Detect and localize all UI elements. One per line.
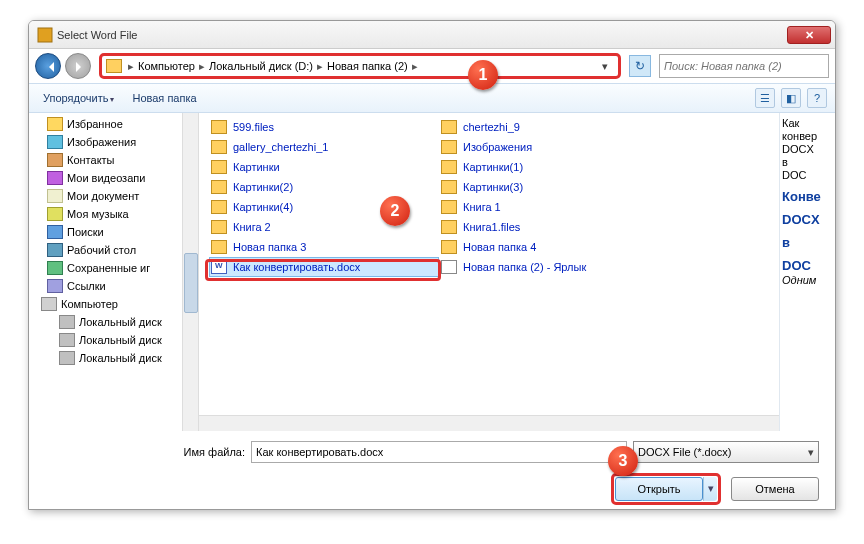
folder-icon (441, 180, 457, 194)
tree-label: Ссылки (67, 280, 106, 292)
tree-item[interactable]: Ссылки (29, 277, 198, 295)
cancel-button[interactable]: Отмена (731, 477, 819, 501)
file-label: Картинки(2) (233, 181, 293, 193)
tree-item[interactable]: Мои документ (29, 187, 198, 205)
window-title: Select Word File (57, 29, 787, 41)
search-input[interactable] (659, 54, 829, 78)
shortcut-icon (441, 260, 457, 274)
pic-icon (47, 135, 63, 149)
file-item[interactable]: Новая папка 4 (439, 237, 669, 257)
preview-pane: Как конвер DOCX в DOC Конве DOCX в DOC О… (779, 113, 835, 431)
file-item[interactable]: Изображения (439, 137, 669, 157)
tree-item[interactable]: Изображения (29, 133, 198, 151)
new-folder-button[interactable]: Новая папка (126, 90, 202, 106)
annotation-marker-2: 2 (380, 196, 410, 226)
file-label: Как конвертировать.docx (233, 261, 360, 273)
comp-icon (41, 297, 57, 311)
file-label: Картинки(3) (463, 181, 523, 193)
open-dropdown[interactable]: ▾ (703, 477, 717, 501)
scrollbar[interactable] (182, 113, 198, 431)
file-item[interactable]: gallery_chertezhi_1 (209, 137, 439, 157)
tree-label: Моя музыка (67, 208, 129, 220)
scrollbar-horizontal[interactable] (199, 415, 779, 431)
folder-icon (106, 59, 122, 73)
file-label: Картинки (233, 161, 280, 173)
navigation-tree[interactable]: ИзбранноеИзображенияКонтактыМои видеозап… (29, 113, 199, 431)
file-item[interactable]: chertezhi_9 (439, 117, 669, 137)
help-button[interactable]: ? (807, 88, 827, 108)
folder-icon (441, 140, 457, 154)
file-label: gallery_chertezhi_1 (233, 141, 328, 153)
tree-item[interactable]: Избранное (29, 115, 198, 133)
file-item[interactable]: Картинки (209, 157, 439, 177)
tree-label: Изображения (67, 136, 136, 148)
organize-button[interactable]: Упорядочить (37, 90, 120, 106)
refresh-button[interactable]: ↻ (629, 55, 651, 77)
file-item[interactable]: Новая папка (2) - Ярлык (439, 257, 669, 277)
file-item[interactable]: Картинки(3) (439, 177, 669, 197)
scrollbar-thumb[interactable] (184, 253, 198, 313)
address-bar[interactable]: ▸ Компьютер ▸ Локальный диск (D:) ▸ Нова… (99, 53, 621, 79)
titlebar[interactable]: Select Word File ✕ (29, 21, 835, 49)
forward-button[interactable] (65, 53, 91, 79)
annotation-marker-1: 1 (468, 60, 498, 90)
folder-icon (211, 180, 227, 194)
file-label: Изображения (463, 141, 532, 153)
save-icon (47, 261, 63, 275)
tree-label: Рабочий стол (67, 244, 136, 256)
filetype-select[interactable]: DOCX File (*.docx) (633, 441, 819, 463)
breadcrumb[interactable]: Компьютер (136, 60, 197, 72)
file-item[interactable]: Книга 1 (439, 197, 669, 217)
address-dropdown[interactable]: ▾ (596, 60, 614, 73)
tree-item[interactable]: Рабочий стол (29, 241, 198, 259)
word-doc-icon (211, 260, 227, 274)
folder-icon (441, 200, 457, 214)
annotation-marker-3: 3 (608, 446, 638, 476)
doc-icon (47, 189, 63, 203)
file-label: Новая папка (2) - Ярлык (463, 261, 586, 273)
tree-item[interactable]: Компьютер (29, 295, 198, 313)
chevron-right-icon[interactable]: ▸ (410, 60, 420, 73)
breadcrumb[interactable]: Локальный диск (D:) (207, 60, 315, 72)
view-options-button[interactable]: ☰ (755, 88, 775, 108)
cont-icon (47, 153, 63, 167)
link-icon (47, 279, 63, 293)
back-button[interactable] (35, 53, 61, 79)
filename-input[interactable] (251, 441, 627, 463)
file-item[interactable]: Картинки(2) (209, 177, 439, 197)
file-label: Книга 2 (233, 221, 271, 233)
tree-item[interactable]: Моя музыка (29, 205, 198, 223)
file-item[interactable]: 599.files (209, 117, 439, 137)
tree-item[interactable]: Сохраненные иг (29, 259, 198, 277)
tree-item[interactable]: Локальный диск (29, 331, 198, 349)
file-label: chertezhi_9 (463, 121, 520, 133)
tree-label: Мои документ (67, 190, 139, 202)
folder-icon (211, 200, 227, 214)
file-item[interactable]: Книга1.files (439, 217, 669, 237)
chevron-right-icon[interactable]: ▸ (197, 60, 207, 73)
toolbar: Упорядочить Новая папка ☰ ◧ ? (29, 83, 835, 113)
breadcrumb[interactable]: Новая папка (2) (325, 60, 410, 72)
file-label: Книга 1 (463, 201, 501, 213)
file-list[interactable]: 599.filesgallery_chertezhi_1КартинкиКарт… (199, 113, 779, 431)
tree-item[interactable]: Мои видеозапи (29, 169, 198, 187)
chevron-right-icon[interactable]: ▸ (315, 60, 325, 73)
file-item[interactable]: Как конвертировать.docx (209, 257, 439, 277)
main-area: ИзбранноеИзображенияКонтактыМои видеозап… (29, 113, 835, 431)
folder-icon (211, 140, 227, 154)
open-button[interactable]: Открыть (615, 477, 703, 501)
file-label: Картинки(4) (233, 201, 293, 213)
file-item[interactable]: Картинки(1) (439, 157, 669, 177)
tree-item[interactable]: Поиски (29, 223, 198, 241)
tree-item[interactable]: Локальный диск (29, 313, 198, 331)
close-button[interactable]: ✕ (787, 26, 831, 44)
chevron-right-icon[interactable]: ▸ (126, 60, 136, 73)
tree-item[interactable]: Контакты (29, 151, 198, 169)
preview-pane-button[interactable]: ◧ (781, 88, 801, 108)
tree-label: Локальный диск (79, 334, 162, 346)
file-item[interactable]: Новая папка 3 (209, 237, 439, 257)
tree-label: Локальный диск (79, 352, 162, 364)
annotation-highlight: Открыть ▾ (611, 473, 721, 505)
tree-item[interactable]: Локальный диск (29, 349, 198, 367)
fav-icon (47, 117, 63, 131)
